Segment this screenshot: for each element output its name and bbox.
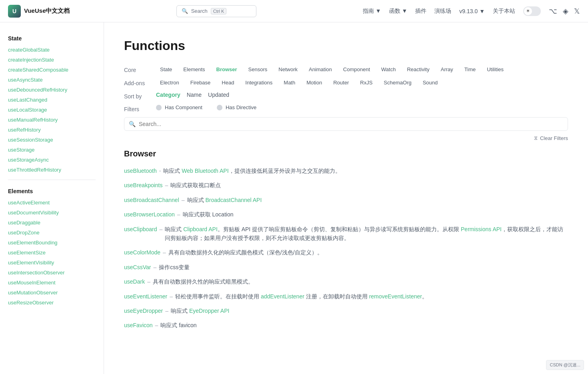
tag-component[interactable]: Component (339, 65, 374, 74)
search-icon: 🔍 (182, 8, 188, 14)
function-name-usebrowserlocation[interactable]: useBrowserLocation (124, 210, 175, 219)
function-desc-usecssvar: 操作css变量 (159, 263, 190, 272)
sidebar-item-usedocumentvisibility[interactable]: useDocumentVisibility (0, 208, 104, 218)
sidebar-item-usestorageasync[interactable]: useStorageAsync (0, 155, 104, 165)
sidebar-item-usemutationobserver[interactable]: useMutationObserver (0, 288, 104, 298)
function-name-usebluetooth[interactable]: useBluetooth (124, 166, 157, 175)
tag-firebase[interactable]: Firebase (186, 78, 215, 87)
sidebar-item-usestorage[interactable]: useStorage (0, 145, 104, 155)
link-eyedropper-api[interactable]: EyeDropper API (189, 308, 229, 314)
function-desc-usebroadcastchannel: 响应式 BroadcastChannel API (187, 196, 262, 204)
sidebar-item-useasyncstate[interactable]: useAsyncState (0, 75, 104, 85)
tag-utilities[interactable]: Utilities (483, 65, 508, 74)
nav-playground[interactable]: 演练场 (434, 8, 451, 15)
tag-schemaorg[interactable]: SchemaOrg (380, 78, 415, 87)
sidebar-item-usemouseinelement[interactable]: useMouseInElement (0, 278, 104, 288)
sep-useclipboard: – (160, 225, 163, 234)
nav-plugins[interactable]: 插件 (415, 8, 426, 15)
function-name-useeventlistener[interactable]: useEventListener (124, 292, 167, 301)
search-label: Search (191, 8, 208, 14)
theme-toggle[interactable]: ☀ (523, 6, 541, 16)
search-shortcut: Ctrl K (211, 8, 227, 14)
discord-icon[interactable]: ◈ (563, 7, 568, 16)
twitter-icon[interactable]: 𝕏 (574, 7, 580, 16)
tag-math[interactable]: Math (280, 78, 299, 87)
core-filter-row: Core State Elements Browser Sensors Netw… (124, 65, 568, 74)
link-clipboard-api[interactable]: Clipboard API (183, 226, 218, 232)
nav-version[interactable]: v9.13.0 ▼ (459, 8, 485, 14)
tag-array[interactable]: Array (437, 65, 457, 74)
sidebar-item-userefhistory[interactable]: useRefHistory (0, 125, 104, 135)
sidebar-item-useactiveelement[interactable]: useActiveElement (0, 198, 104, 208)
sidebar-item-uselastchanged[interactable]: useLastChanged (0, 95, 104, 105)
browser-section-title: Browser (124, 149, 568, 158)
link-addeventlistener[interactable]: addEventListener (261, 293, 304, 300)
link-web-bluetooth-api[interactable]: Web Bluetooth API (182, 168, 228, 174)
sidebar-item-useelementvisibility[interactable]: useElementVisibility (0, 258, 104, 268)
link-broadcastchannel-api[interactable]: BroadcastChannel API (205, 197, 262, 203)
sidebar-item-useintersectionobserver[interactable]: useIntersectionObserver (0, 268, 104, 278)
function-name-usecssvar[interactable]: useCssVar (124, 263, 151, 272)
tag-state[interactable]: State (156, 65, 176, 74)
tag-head[interactable]: Head (218, 78, 238, 87)
sidebar-item-usethrottledrefhistory[interactable]: useThrottledRefHistory (0, 165, 104, 175)
sidebar-item-uselocalstorage[interactable]: useLocalStorage (0, 105, 104, 115)
function-name-usefavicon[interactable]: useFavicon (124, 321, 153, 330)
sidebar-item-usedraggable[interactable]: useDraggable (0, 218, 104, 228)
sort-name[interactable]: Name (187, 92, 202, 98)
tag-browser[interactable]: Browser (212, 65, 241, 74)
tag-router[interactable]: Router (329, 78, 353, 87)
nav-about[interactable]: 关于本站 (493, 8, 515, 15)
content-search-icon: 🔍 (129, 121, 136, 127)
main-content: Functions Core State Elements Browser Se… (104, 22, 588, 374)
sidebar-item-createglobalstate[interactable]: createGlobalState (0, 45, 104, 55)
header-search-bar[interactable]: 🔍 Search Ctrl K (176, 5, 256, 17)
tag-rxjs[interactable]: RxJS (356, 78, 376, 87)
function-name-usebroadcastchannel[interactable]: useBroadcastChannel (124, 196, 179, 204)
function-useclipboard: useClipboard – 响应式 Clipboard API。剪贴板 API… (124, 225, 568, 243)
header: U VueUse中文文档 🔍 Search Ctrl K 指南 ▼ 函数 ▼ 插… (0, 0, 588, 22)
sidebar-item-useresizeobserver[interactable]: useResizeObserver (0, 298, 104, 308)
tag-network[interactable]: Network (274, 65, 302, 74)
filters-row: Filters Has Component Has Directive (124, 104, 568, 112)
filter-has-component[interactable]: Has Component (156, 104, 202, 110)
filter-has-directive[interactable]: Has Directive (217, 104, 256, 110)
sort-updated[interactable]: Updated (208, 92, 229, 98)
sort-category[interactable]: Category (156, 92, 180, 98)
function-name-usecolormode[interactable]: useColorMode (124, 248, 160, 257)
function-name-usedark[interactable]: useDark (124, 277, 145, 286)
toggle-has-component-label: Has Component (165, 104, 202, 110)
tag-animation[interactable]: Animation (305, 65, 336, 74)
tag-sensors[interactable]: Sensors (244, 65, 272, 74)
logo[interactable]: U (8, 5, 21, 18)
nav-functions[interactable]: 函数 ▼ (389, 8, 408, 15)
tag-time[interactable]: Time (460, 65, 480, 74)
link-removeeventlistener[interactable]: removeEventListener (369, 293, 422, 300)
function-name-useeyedropper[interactable]: useEyeDropper (124, 306, 163, 315)
tag-motion[interactable]: Motion (302, 78, 326, 87)
tag-sound[interactable]: Sound (419, 78, 442, 87)
tag-integrations[interactable]: Integrations (241, 78, 276, 87)
sidebar-item-usemanualrefhistory[interactable]: useManualRefHistory (0, 115, 104, 125)
header-nav: 指南 ▼ 函数 ▼ 插件 演练场 v9.13.0 ▼ 关于本站 ☀ ⌥ ◈ 𝕏 (363, 6, 580, 16)
link-permissions-api[interactable]: Permissions API (461, 226, 502, 232)
nav-guides[interactable]: 指南 ▼ (363, 8, 381, 15)
sidebar-item-usedebouncedrefhistory[interactable]: useDebouncedRefHistory (0, 85, 104, 95)
sidebar-item-useelementsize[interactable]: useElementSize (0, 248, 104, 258)
sidebar-item-useelementbounding[interactable]: useElementBounding (0, 238, 104, 248)
sidebar-item-createinjectionstate[interactable]: createInjectionState (0, 55, 104, 65)
function-name-usebreakpoints[interactable]: useBreakpoints (124, 181, 163, 190)
tag-watch[interactable]: Watch (377, 65, 400, 74)
clear-filters[interactable]: ⧖ Clear Filters (124, 135, 568, 141)
sidebar-item-usesessionstorage[interactable]: useSessionStorage (0, 135, 104, 145)
sidebar-item-createsharedcomposable[interactable]: createSharedComposable (0, 65, 104, 75)
sort-label: Sort by (124, 92, 156, 100)
content-search-input[interactable] (124, 117, 568, 131)
github-icon[interactable]: ⌥ (549, 7, 557, 16)
tag-elements[interactable]: Elements (179, 65, 209, 74)
tag-reactivity[interactable]: Reactivity (403, 65, 433, 74)
sidebar-item-usedropzone[interactable]: useDropZone (0, 228, 104, 238)
function-name-useclipboard[interactable]: useClipboard (124, 225, 157, 234)
addons-filter-row: Add-ons Electron Firebase Head Integrati… (124, 78, 568, 87)
tag-electron[interactable]: Electron (156, 78, 183, 87)
